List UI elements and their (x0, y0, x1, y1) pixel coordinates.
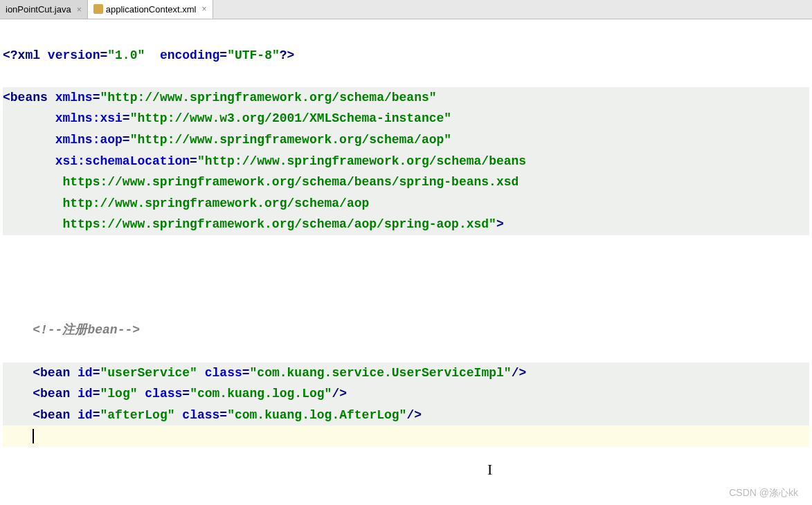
current-line (3, 425, 809, 447)
editor-tabs: ionPointCut.java × applicationContext.xm… (0, 0, 812, 19)
text-cursor-icon: I (487, 461, 492, 479)
tab-label: applicationContext.xml (106, 4, 197, 15)
tab-java-file[interactable]: ionPointCut.java × (0, 0, 88, 19)
tab-label: ionPointCut.java (6, 4, 71, 15)
comment-register-bean: <!--注册bean--> (33, 323, 140, 337)
close-icon[interactable]: × (77, 5, 82, 15)
xml-file-icon (93, 4, 103, 14)
code-editor[interactable]: <?xml version="1.0" encoding="UTF-8"?> <… (0, 19, 812, 505)
text-caret (33, 429, 34, 444)
tab-xml-file[interactable]: applicationContext.xml × (88, 0, 213, 19)
watermark: CSDN @涤心kk (729, 487, 798, 499)
close-icon[interactable]: × (201, 4, 206, 14)
